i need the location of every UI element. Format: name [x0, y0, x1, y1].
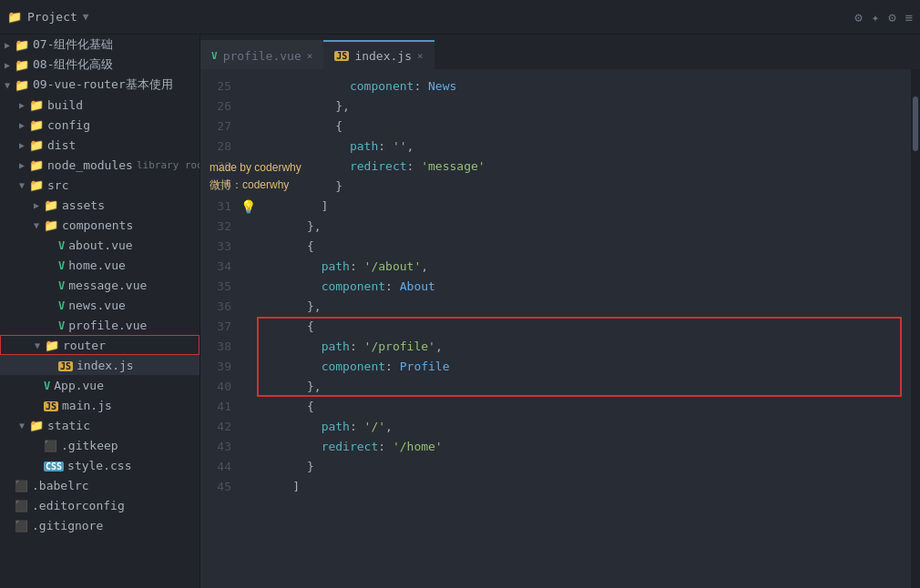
gutter-item — [239, 437, 257, 457]
annotation: made by coderwhy 微博：coderwhy — [210, 159, 302, 194]
sidebar-item-07[interactable]: ▶📁07-组件化基础 — [0, 35, 199, 55]
gutter-item — [239, 397, 257, 417]
line-number: 31 — [200, 197, 231, 217]
sidebar-item-main-js[interactable]: JSmain.js — [0, 395, 199, 415]
gutter-item — [239, 257, 257, 277]
item-name: message.vue — [68, 279, 192, 292]
code-editor: 2526272829303132333435363738394041424344… — [200, 69, 920, 588]
line-numbers: 2526272829303132333435363738394041424344… — [200, 69, 239, 588]
folder-icon: 📁 — [15, 58, 29, 72]
arrow-icon: ▶ — [0, 60, 15, 70]
gutter-item — [239, 297, 257, 317]
item-name: .babelrc — [32, 479, 192, 492]
sidebar-item-home-vue[interactable]: Vhome.vue — [0, 255, 199, 275]
gutter-item — [239, 457, 257, 477]
sidebar-item-index-js[interactable]: JSindex.js — [0, 355, 199, 375]
tab-close-button[interactable]: × — [307, 50, 313, 62]
arrow-icon: ▼ — [30, 340, 45, 350]
line-number: 25 — [200, 76, 231, 96]
item-name: node_modules — [47, 158, 133, 172]
sidebar-item-babelrc[interactable]: ⬛.babelrc — [0, 475, 199, 495]
sidebar-item-gitignore[interactable]: ⬛.gitignore — [0, 515, 199, 535]
tab-vue-icon: V — [211, 50, 218, 62]
item-name: src — [47, 178, 192, 192]
sidebar-item-news-vue[interactable]: Vnews.vue — [0, 295, 199, 315]
git-icon: ⬛ — [15, 499, 28, 512]
sidebar-item-router[interactable]: ▼📁router — [0, 335, 199, 355]
line-number: 41 — [200, 397, 231, 417]
sidebar-item-about-vue[interactable]: Vabout.vue — [0, 235, 199, 255]
item-name: static — [47, 419, 192, 432]
title-bar: 📁 Project ▼ ⚙ ✦ ⚙ ≡ — [0, 0, 920, 35]
sidebar-item-style-css[interactable]: CSSstyle.css — [0, 455, 199, 475]
folder-icon: 📁 — [29, 138, 44, 152]
sidebar-item-static[interactable]: ▼📁static — [0, 415, 199, 435]
sidebar: ▶📁07-组件化基础▶📁08-组件化高级▼📁09-vue-router基本使用▶… — [0, 35, 200, 588]
sidebar-item-message-vue[interactable]: Vmessage.vue — [0, 275, 199, 295]
settings-icon[interactable]: ⚙ — [854, 10, 862, 25]
sync-icon[interactable]: ✦ — [872, 10, 879, 25]
code-line: path: '', — [264, 137, 911, 157]
tab-profile-vue[interactable]: Vprofile.vue× — [200, 40, 323, 69]
sidebar-item-node_modules[interactable]: ▶📁node_moduleslibrary root — [0, 155, 199, 175]
code-line: }, — [264, 96, 911, 117]
tab-bar: Vprofile.vue×JSindex.js× — [200, 35, 920, 69]
item-name: assets — [62, 198, 192, 212]
item-name: about.vue — [68, 238, 192, 252]
sidebar-item-App-vue[interactable]: VApp.vue — [0, 375, 199, 395]
gutter-item — [239, 237, 257, 257]
folder-icon: 📁 — [29, 98, 44, 112]
folder-icon: 📁 — [29, 158, 44, 172]
item-name: components — [62, 218, 192, 232]
line-number: 26 — [200, 96, 231, 117]
line-number: 44 — [200, 457, 231, 477]
arrow-icon: ▶ — [0, 40, 15, 50]
editor-area: Vprofile.vue×JSindex.js× 252627282930313… — [200, 35, 920, 588]
library-root-badge: library root — [137, 159, 200, 171]
sidebar-item-build[interactable]: ▶📁build — [0, 95, 199, 115]
line-number: 33 — [200, 237, 231, 257]
code-line: { — [264, 317, 911, 337]
tab-close-button[interactable]: × — [417, 50, 424, 62]
code-content[interactable]: component: News }, { path: '', redirect:… — [257, 69, 911, 588]
code-line: path: '/profile', — [264, 337, 911, 357]
folder-icon: 📁 — [44, 198, 58, 212]
chevron-icon[interactable]: ▼ — [83, 11, 89, 23]
gear-icon[interactable]: ⚙ — [888, 10, 895, 25]
gutter-item — [239, 377, 257, 397]
item-name: 07-组件化基础 — [33, 36, 192, 53]
sidebar-item-08[interactable]: ▶📁08-组件化高级 — [0, 55, 199, 75]
arrow-icon: ▼ — [29, 220, 44, 230]
item-name: home.vue — [68, 259, 192, 272]
sidebar-item-editorconfig[interactable]: ⬛.editorconfig — [0, 495, 199, 515]
item-name: .gitignore — [32, 519, 192, 532]
sidebar-item-assets[interactable]: ▶📁assets — [0, 195, 199, 215]
code-line: redirect: '/home' — [264, 437, 911, 457]
item-name: 09-vue-router基本使用 — [33, 76, 192, 93]
sidebar-item-src[interactable]: ▼📁src — [0, 175, 199, 195]
sidebar-item-dist[interactable]: ▶📁dist — [0, 135, 199, 155]
item-name: App.vue — [54, 379, 192, 392]
code-line: ] — [264, 197, 911, 217]
sidebar-item-profile-vue[interactable]: Vprofile.vue — [0, 315, 199, 335]
sidebar-item-components[interactable]: ▼📁components — [0, 215, 199, 235]
arrow-icon: ▶ — [15, 120, 29, 130]
folder-icon: 📁 — [29, 419, 44, 432]
code-line: }, — [264, 377, 911, 397]
folder-icon: 📁 — [7, 10, 22, 24]
vue-icon: V — [58, 279, 65, 292]
item-name: main.js — [62, 399, 192, 412]
main-layout: ▶📁07-组件化基础▶📁08-组件化高级▼📁09-vue-router基本使用▶… — [0, 35, 920, 588]
line-number: 38 — [200, 337, 231, 357]
gutter-item — [239, 357, 257, 377]
editor-scrollbar[interactable] — [911, 69, 920, 588]
menu-icon[interactable]: ≡ — [905, 10, 913, 25]
sidebar-item-gitkeep[interactable]: ⬛.gitkeep — [0, 435, 199, 455]
item-name: style.css — [67, 459, 192, 472]
sidebar-item-09[interactable]: ▼📁09-vue-router基本使用 — [0, 75, 199, 95]
arrow-icon: ▶ — [15, 160, 29, 170]
js-icon: JS — [44, 399, 58, 412]
tab-index-js[interactable]: JSindex.js× — [323, 40, 434, 69]
sidebar-item-config[interactable]: ▶📁config — [0, 115, 199, 135]
item-name: .gitkeep — [61, 439, 192, 452]
